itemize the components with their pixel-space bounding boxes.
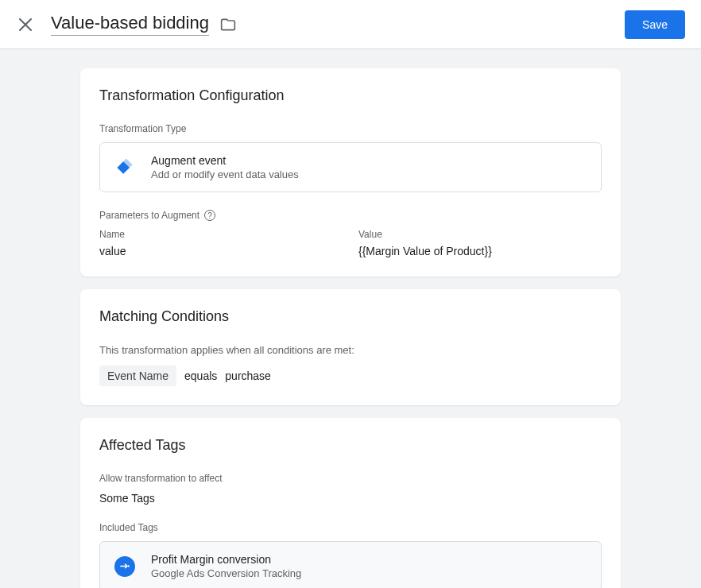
transformation-config-card: Transformation Configuration Transformat…: [80, 68, 621, 277]
transformation-type-name: Augment event: [151, 154, 299, 167]
help-icon[interactable]: ?: [204, 210, 215, 221]
affect-label: Allow transformation to affect: [99, 473, 602, 484]
matching-description: This transformation applies when all con…: [99, 344, 602, 356]
svg-point-2: [128, 565, 130, 567]
affected-tags-card: Affected Tags Allow transformation to af…: [80, 418, 621, 588]
condition-operator: equals: [184, 369, 217, 382]
parameter-value-value: {{Margin Value of Product}}: [358, 245, 602, 257]
card-title: Affected Tags: [99, 437, 602, 454]
transformation-type-label: Transformation Type: [99, 123, 602, 134]
content: Transformation Configuration Transformat…: [0, 49, 701, 588]
tag-name: Profit Margin conversion: [151, 553, 301, 566]
save-button[interactable]: Save: [625, 10, 685, 39]
tag-text: Profit Margin conversion Google Ads Conv…: [151, 553, 301, 579]
condition-variable-chip: Event Name: [99, 366, 176, 386]
folder-icon[interactable]: [220, 17, 236, 33]
matching-conditions-card: Matching Conditions This transformation …: [80, 289, 621, 405]
card-title: Matching Conditions: [99, 308, 602, 325]
condition-row: Event Name equals purchase: [99, 366, 602, 386]
google-ads-icon: [114, 556, 135, 577]
parameters-augment-label: Parameters to Augment ?: [99, 210, 602, 221]
parameter-name-value: value: [99, 245, 343, 257]
transformation-type-selector[interactable]: Augment event Add or modify event data v…: [99, 142, 602, 192]
parameters-label-text: Parameters to Augment: [99, 210, 199, 221]
included-tag-item[interactable]: Profit Margin conversion Google Ads Conv…: [99, 541, 602, 588]
included-tags-label: Included Tags: [99, 522, 602, 533]
parameter-name-col: Name value: [99, 229, 343, 257]
parameter-row: Name value Value {{Margin Value of Produ…: [99, 229, 602, 257]
page-title[interactable]: Value-based bidding: [51, 13, 209, 36]
tag-type: Google Ads Conversion Tracking: [151, 567, 301, 579]
condition-value: purchase: [225, 369, 271, 382]
parameter-name-label: Name: [99, 229, 343, 240]
parameter-value-label: Value: [358, 229, 602, 240]
transformation-type-text: Augment event Add or modify event data v…: [151, 154, 299, 180]
augment-event-icon: [114, 157, 135, 178]
close-icon[interactable]: [16, 15, 35, 34]
header: Value-based bidding Save: [0, 0, 701, 49]
transformation-type-desc: Add or modify event data values: [151, 168, 299, 180]
card-title: Transformation Configuration: [99, 87, 602, 104]
affect-value: Some Tags: [99, 492, 602, 505]
parameter-value-col: Value {{Margin Value of Product}}: [358, 229, 602, 257]
